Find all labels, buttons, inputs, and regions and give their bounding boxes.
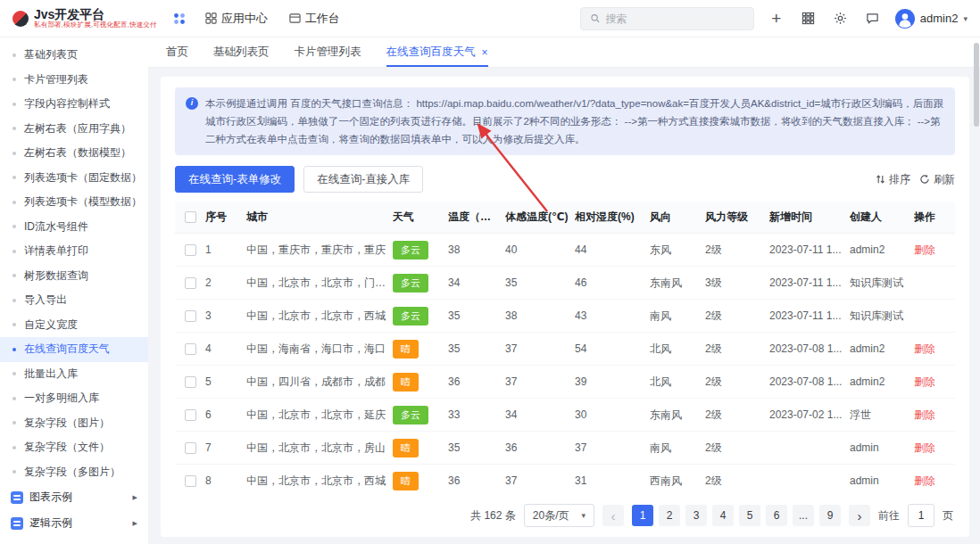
- sidebar-item[interactable]: 导入导出: [0, 288, 148, 313]
- tab-item[interactable]: 卡片管理列表: [295, 37, 361, 67]
- cell-wind: 西南风: [650, 474, 705, 489]
- select-all-checkbox[interactable]: [185, 211, 196, 223]
- goto-page-input[interactable]: [908, 504, 934, 527]
- sidebar-item-label: 树形数据查询: [24, 268, 88, 284]
- tab-item[interactable]: 基础列表页: [213, 37, 270, 67]
- page-list: 123456...9: [632, 505, 841, 526]
- header-checkbox-cell: [175, 211, 205, 223]
- sidebar-item[interactable]: 在线查询百度天气: [0, 337, 148, 362]
- row-checkbox[interactable]: [185, 442, 196, 454]
- tab-item[interactable]: 在线查询百度天气×: [386, 37, 488, 67]
- cell-action: 删除: [914, 375, 955, 390]
- delete-link[interactable]: 删除: [914, 375, 935, 388]
- cell-feel: 38: [505, 309, 575, 322]
- grid-icon[interactable]: [799, 9, 818, 29]
- row-checkbox[interactable]: [185, 409, 196, 421]
- sidebar-group[interactable]: 逻辑示例▶: [0, 510, 148, 536]
- sidebar-item[interactable]: 一对多明细入库: [0, 386, 148, 411]
- cell-temp: 38: [448, 243, 505, 256]
- cell-seq: 2: [205, 276, 246, 289]
- menu-app-center-label: 应用中心: [221, 11, 268, 27]
- chevron-down-icon: ▾: [963, 14, 968, 23]
- content-area: 本示例提通过调用 百度的天气接口查询信息： https://api.map.ba…: [148, 68, 980, 544]
- cell-temp: 34: [448, 276, 505, 289]
- sidebar-item[interactable]: 树形数据查询: [0, 264, 148, 289]
- cell-seq: 5: [205, 375, 246, 388]
- row-checkbox-cell: [175, 442, 205, 454]
- delete-link[interactable]: 删除: [914, 441, 935, 454]
- cell-city: 中国，北京市，北京市，房山: [246, 441, 393, 456]
- tab-item[interactable]: 首页: [166, 37, 188, 67]
- delete-link[interactable]: 删除: [914, 342, 935, 355]
- search-input[interactable]: [606, 12, 744, 25]
- cell-humidity: 54: [575, 342, 650, 355]
- page-button[interactable]: 9: [819, 505, 841, 526]
- more-pages-button[interactable]: ...: [793, 505, 814, 526]
- page-button[interactable]: 6: [766, 505, 787, 526]
- sidebar-item[interactable]: 卡片管理列表: [0, 68, 148, 93]
- cell-wind_level: 2级: [705, 375, 769, 390]
- page-button[interactable]: 4: [712, 505, 734, 526]
- apps-grid-icon[interactable]: [170, 9, 189, 29]
- chat-icon[interactable]: [863, 9, 883, 29]
- cell-creator: admin2: [850, 342, 914, 355]
- sidebar-item[interactable]: 复杂字段（文件）: [0, 435, 148, 460]
- close-icon[interactable]: ×: [482, 46, 488, 59]
- bullet-icon: [12, 54, 16, 57]
- table-row: 2中国，北京市，北京市，门头沟多云343546东南风3级2023-07-11 1…: [175, 267, 955, 300]
- sidebar-item[interactable]: 复杂字段（图片）: [0, 411, 148, 436]
- sidebar-item[interactable]: 基础列表页: [0, 43, 148, 68]
- cell-weather: 晴: [393, 340, 448, 359]
- tab-label: 基础列表页: [213, 45, 270, 60]
- pagination: 共 162 条 20条/页 ▾ ‹ 123456...9 › 前往 页: [175, 496, 955, 532]
- sidebar-item[interactable]: 自定义宽度: [0, 313, 148, 338]
- row-checkbox[interactable]: [185, 343, 196, 355]
- cell-feel: 37: [505, 375, 575, 388]
- menu-app-center[interactable]: 应用中心: [205, 11, 268, 27]
- settings-gear-icon[interactable]: [831, 9, 851, 29]
- page-scrollbar[interactable]: [974, 43, 979, 127]
- sidebar-group[interactable]: 图表示例▶: [0, 484, 148, 510]
- tab-label: 首页: [166, 45, 188, 60]
- sidebar-item[interactable]: 左树右表（应用字典）: [0, 117, 148, 142]
- sidebar-item-label: 在线查询百度天气: [24, 342, 110, 357]
- prev-page-button[interactable]: ‹: [602, 505, 624, 526]
- row-checkbox[interactable]: [185, 277, 196, 289]
- sidebar-item[interactable]: ID流水号组件: [0, 215, 148, 240]
- sidebar-item[interactable]: 左树右表（数据模型）: [0, 141, 148, 166]
- sidebar-item[interactable]: 列表选项卡（模型数据）: [0, 190, 148, 215]
- cell-temp: 35: [448, 441, 505, 454]
- next-page-button[interactable]: ›: [849, 505, 870, 526]
- delete-link[interactable]: 删除: [914, 474, 935, 487]
- menu-workbench[interactable]: 工作台: [289, 11, 340, 27]
- online-query-direct-save-button[interactable]: 在线查询-直接入库: [303, 166, 423, 193]
- bullet-icon: [12, 201, 16, 204]
- sidebar-item[interactable]: 列表选项卡（固定数据）: [0, 166, 148, 191]
- banner-text: 本示例提通过调用 百度的天气接口查询信息： https://api.map.ba…: [205, 95, 944, 148]
- sidebar-item[interactable]: 详情表单打印: [0, 239, 148, 264]
- delete-link[interactable]: 删除: [914, 243, 935, 256]
- page-size-select[interactable]: 20条/页 ▾: [524, 504, 594, 527]
- row-checkbox[interactable]: [185, 376, 196, 388]
- page-button[interactable]: 1: [632, 505, 653, 526]
- row-checkbox[interactable]: [185, 244, 196, 256]
- delete-link[interactable]: 删除: [914, 408, 935, 421]
- column-header: 城市: [246, 210, 393, 225]
- row-checkbox[interactable]: [185, 310, 196, 322]
- page-button[interactable]: 3: [685, 505, 707, 526]
- page-button[interactable]: 5: [739, 505, 760, 526]
- search-box[interactable]: [580, 7, 754, 30]
- sidebar-item-label: 导入导出: [24, 293, 67, 308]
- sidebar-item[interactable]: 字段内容控制样式: [0, 92, 148, 117]
- sidebar-item[interactable]: 批量出入库: [0, 362, 148, 387]
- sidebar-item[interactable]: 复杂字段（多图片）: [0, 460, 148, 485]
- row-checkbox[interactable]: [185, 475, 196, 487]
- refresh-button[interactable]: 刷新: [919, 172, 955, 187]
- page-button[interactable]: 2: [659, 505, 680, 526]
- cell-weather: 多云: [393, 307, 448, 326]
- online-query-form-edit-button[interactable]: 在线查询-表单修改: [175, 166, 295, 193]
- plus-icon[interactable]: +: [767, 9, 786, 29]
- sort-button[interactable]: 排序: [876, 172, 910, 187]
- user-menu[interactable]: admin2 ▾: [895, 9, 968, 29]
- logo[interactable]: Jvs开发平台 私有部署,模块扩展,可视化配置,快速交付: [12, 7, 157, 29]
